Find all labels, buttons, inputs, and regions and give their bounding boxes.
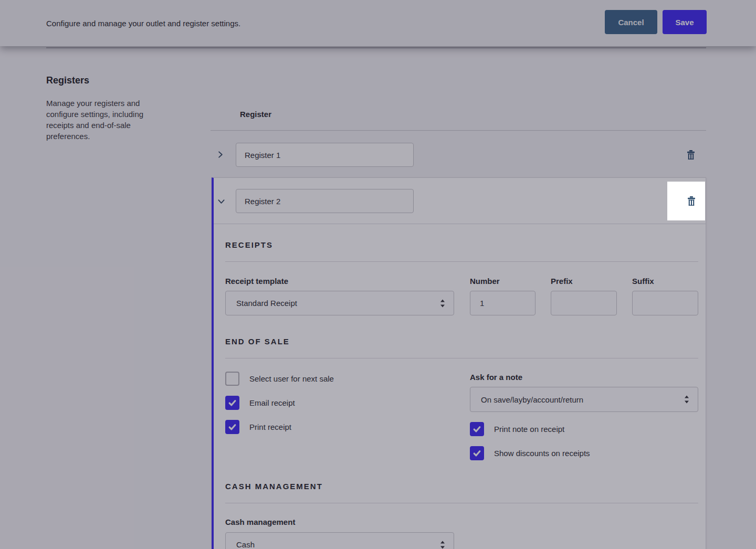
tutorial-spotlight	[667, 182, 705, 220]
tutorial-dim-overlay	[0, 0, 756, 549]
settings-page: Registers Manage your registers and conf…	[0, 0, 756, 549]
delete-register-2-trash-icon[interactable]	[687, 196, 696, 206]
